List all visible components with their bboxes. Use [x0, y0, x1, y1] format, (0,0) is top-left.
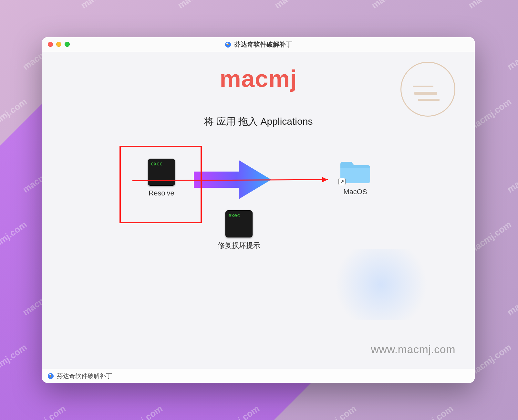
- folder-icon: ↗: [339, 159, 371, 184]
- drag-arrow-icon: [191, 157, 275, 202]
- macos-folder-item[interactable]: ↗ MacOS: [333, 159, 378, 196]
- app-icon: [224, 41, 232, 48]
- exec-label: exec: [151, 161, 162, 167]
- decorative-circle: [400, 62, 455, 117]
- glow-decoration: [326, 249, 436, 320]
- statusbar: 芬达奇软件破解补丁: [42, 369, 475, 383]
- macos-label: MacOS: [333, 188, 378, 196]
- brand-logo-text: macmj: [220, 65, 297, 92]
- resolve-exec-item[interactable]: exec Resolve: [139, 159, 184, 197]
- installer-window: 芬达奇软件破解补丁 macmj 将 应用 拖入 Applications exe…: [42, 37, 475, 383]
- repair-label: 修复损坏提示: [207, 241, 271, 250]
- zoom-button[interactable]: [65, 42, 70, 47]
- window-title-text: 芬达奇软件破解补丁: [234, 40, 292, 49]
- exec-icon: exec: [148, 159, 175, 186]
- exec-icon: exec: [225, 210, 253, 237]
- svg-point-0: [227, 44, 229, 45]
- window-title: 芬达奇软件破解补丁: [224, 40, 292, 49]
- traffic-lights: [48, 42, 70, 47]
- footer-url-text: www.macmj.com: [371, 343, 455, 356]
- statusbar-text: 芬达奇软件破解补丁: [57, 372, 112, 380]
- app-icon: [47, 373, 54, 380]
- resolve-label: Resolve: [139, 189, 184, 197]
- minimize-button[interactable]: [56, 42, 61, 47]
- exec-label: exec: [228, 213, 240, 218]
- close-button[interactable]: [48, 42, 53, 47]
- alias-badge-icon: ↗: [338, 178, 346, 185]
- repair-exec-item[interactable]: exec 修复损坏提示: [207, 210, 271, 250]
- svg-marker-2: [322, 177, 328, 182]
- alias-arrow-glyph: ↗: [340, 179, 344, 184]
- drag-instruction-text: 将 应用 拖入 Applications: [204, 115, 313, 128]
- svg-point-3: [50, 375, 51, 376]
- titlebar: 芬达奇软件破解补丁: [42, 37, 475, 52]
- window-content: macmj 将 应用 拖入 Applications exec Resolve …: [42, 52, 475, 369]
